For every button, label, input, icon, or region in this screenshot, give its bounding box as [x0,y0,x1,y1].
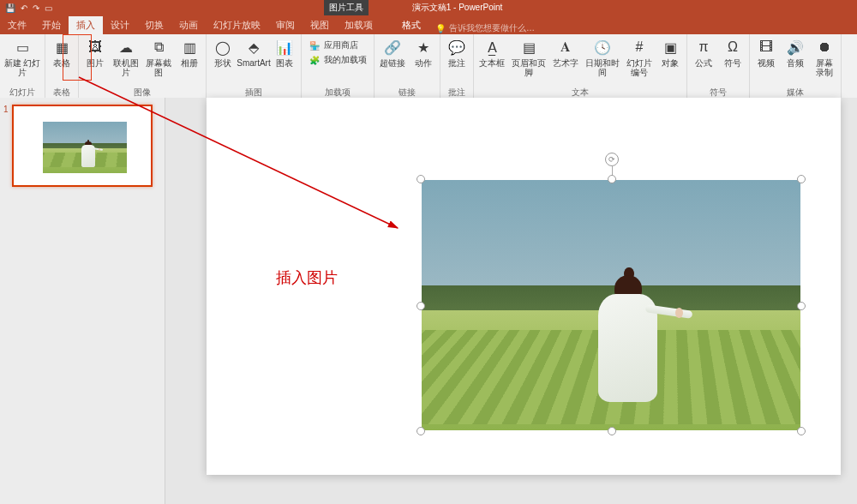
group-images: 🖼 图片 ☁ 联机图片 ⧉ 屏幕截图 ▥ 相册 图像 [79,34,207,98]
smartart-icon: ⬘ [244,38,263,57]
equation-icon: π [694,38,713,57]
tell-me[interactable]: 💡 告诉我您想要做什么… [435,22,535,34]
contextual-tab-title: 图片工具 [324,0,369,15]
tell-me-label: 告诉我您想要做什么… [449,22,535,34]
comment-icon: 💬 [447,38,466,57]
group-symbols: π 公式 Ω 符号 符号 [687,34,750,98]
my-addins-icon: 🧩 [309,54,321,66]
new-slide-button[interactable]: ▭ 新建 幻灯片 [3,36,41,77]
store-button[interactable]: 🏪 应用商店 [305,39,370,52]
store-icon: 🏪 [309,39,321,51]
tab-transitions[interactable]: 切换 [137,16,171,34]
tab-file[interactable]: 文件 [0,16,34,34]
action-button[interactable]: ★ 动作 [411,36,436,68]
quick-access-toolbar: 💾 ↶ ↷ ▭ [0,3,57,13]
table-button[interactable]: ▦ 表格 [49,36,75,68]
group-links: 🔗 超链接 ★ 动作 链接 [375,34,440,98]
group-tables: ▦ 表格 表格 [45,34,79,98]
photo-album-button[interactable]: ▥ 相册 [177,36,202,68]
slide-number: 1 [3,105,9,114]
ribbon: ▭ 新建 幻灯片 幻灯片 ▦ 表格 表格 🖼 图片 ☁ 联机图片 ⧉ [0,34,857,99]
slide-thumbnail-1[interactable] [12,105,153,187]
tab-format[interactable]: 格式 [394,16,428,34]
symbol-icon: Ω [723,38,742,57]
title-bar: 💾 ↶ ↷ ▭ 演示文稿1 - PowerPoint 图片工具 [0,0,857,15]
text-box-button[interactable]: A̲ 文本框 [477,36,506,68]
group-comments: 💬 批注 批注 [440,34,474,98]
shapes-button[interactable]: ◯ 形状 [210,36,236,68]
ribbon-tabs: 文件 开始 插入 设计 切换 动画 幻灯片放映 审阅 视图 加载项 格式 💡 告… [0,15,857,34]
shapes-icon: ◯ [213,38,232,57]
tab-animations[interactable]: 动画 [171,16,206,34]
screen-recording-button[interactable]: ⏺ 屏幕 录制 [812,36,837,77]
word-art-icon: 𝐀 [556,38,575,57]
group-media: 🎞 视频 🔊 音频 ⏺ 屏幕 录制 媒体 [750,34,842,98]
annotation-label: 插入图片 [276,267,338,288]
comment-button[interactable]: 💬 批注 [444,36,470,68]
tab-insert[interactable]: 插入 [69,16,103,34]
hyperlink-icon: 🔗 [383,38,402,57]
group-addins: 🏪 应用商店 🧩 我的加载项 加载项 [302,34,375,98]
save-icon[interactable]: 💾 [5,3,15,13]
undo-icon[interactable]: ↶ [21,3,27,13]
text-box-icon: A̲ [482,38,501,57]
equation-button[interactable]: π 公式 [691,36,716,68]
thumbnail-image [43,122,127,173]
hyperlink-button[interactable]: 🔗 超链接 [378,36,407,68]
smartart-button[interactable]: ⬘ SmartArt [239,36,268,68]
photo-album-icon: ▥ [180,38,199,57]
object-icon: ▣ [661,38,680,57]
my-addins-button[interactable]: 🧩 我的加载项 [305,53,370,67]
tab-view[interactable]: 视图 [303,16,337,34]
pictures-icon: 🖼 [86,38,105,57]
symbol-button[interactable]: Ω 符号 [720,36,746,68]
video-icon: 🎞 [757,38,776,57]
tab-review[interactable]: 审阅 [268,16,303,34]
inserted-picture[interactable]: ⟳ [422,180,800,430]
chart-button[interactable]: 📊 图表 [272,36,297,68]
date-time-icon: 🕓 [593,38,612,57]
slide-thumbnails-panel[interactable]: 1 [0,98,165,504]
bulb-icon: 💡 [435,24,446,33]
group-text: A̲ 文本框 ▤ 页眉和页脚 𝐀 艺术字 🕓 日期和时间 # 幻灯片 编号 ▣ [474,34,687,98]
audio-icon: 🔊 [786,38,805,57]
group-illustrations: ◯ 形状 ⬘ SmartArt 📊 图表 插图 [207,34,302,98]
slide-number-button[interactable]: # 幻灯片 编号 [625,36,654,77]
screenshot-button[interactable]: ⧉ 屏幕截图 [144,36,173,77]
group-slides: ▭ 新建 幻灯片 幻灯片 [0,34,45,98]
tab-slideshow[interactable]: 幻灯片放映 [206,16,268,34]
tab-addins[interactable]: 加载项 [337,16,381,34]
window-title: 演示文稿1 - PowerPoint [57,2,857,14]
table-icon: ▦ [52,38,71,57]
slide-number-icon: # [630,38,649,57]
chart-icon: 📊 [275,38,294,57]
online-pictures-icon: ☁ [117,38,135,57]
new-slide-icon: ▭ [13,38,32,57]
screenshot-icon: ⧉ [149,38,168,57]
object-button[interactable]: ▣ 对象 [657,36,683,68]
redo-icon[interactable]: ↷ [33,3,39,13]
header-footer-button[interactable]: ▤ 页眉和页脚 [510,36,548,77]
online-pictures-button[interactable]: ☁ 联机图片 [111,36,141,77]
screen-recording-icon: ⏺ [815,38,834,57]
pictures-button[interactable]: 🖼 图片 [82,36,108,68]
date-time-button[interactable]: 🕓 日期和时间 [584,36,621,77]
tab-home[interactable]: 开始 [34,16,69,34]
video-button[interactable]: 🎞 视频 [753,36,779,68]
header-footer-icon: ▤ [519,38,538,57]
tab-design[interactable]: 设计 [103,16,137,34]
word-art-button[interactable]: 𝐀 艺术字 [551,36,580,68]
start-from-beginning-icon[interactable]: ▭ [45,3,52,13]
audio-button[interactable]: 🔊 音频 [782,36,808,68]
action-icon: ★ [414,38,433,57]
